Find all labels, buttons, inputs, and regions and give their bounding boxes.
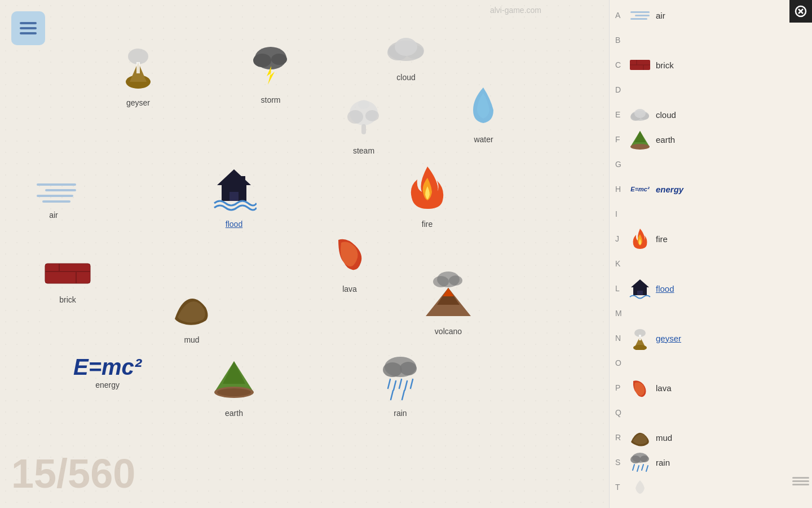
- sidebar-item-t[interactable]: T: [610, 475, 812, 500]
- element-earth[interactable]: earth: [211, 356, 257, 418]
- close-button[interactable]: [789, 0, 812, 23]
- sidebar-mud-icon: [628, 427, 652, 448]
- storm-label: storm: [261, 95, 281, 104]
- sidebar-earth-icon: [628, 129, 652, 150]
- brick-icon: [42, 257, 93, 293]
- svg-point-5: [253, 54, 271, 67]
- scroll-indicator: [792, 477, 809, 485]
- sidebar-item-q[interactable]: Q: [610, 400, 812, 425]
- sidebar-item-o[interactable]: O: [610, 351, 812, 375]
- air-icon: [31, 178, 76, 208]
- flood-label: flood: [226, 220, 242, 229]
- sidebar-flood-label: flood: [656, 284, 674, 294]
- svg-point-35: [217, 388, 251, 396]
- element-storm[interactable]: storm: [251, 42, 290, 104]
- sidebar-geyser-label: geyser: [656, 334, 681, 343]
- fire-label: fire: [422, 220, 433, 229]
- rain-icon: [378, 350, 423, 406]
- element-flood[interactable]: flood: [211, 164, 257, 229]
- sidebar-fire-label: fire: [656, 234, 668, 244]
- energy-icon: E=mc²: [73, 356, 142, 378]
- sidebar-item-lava[interactable]: P lava: [610, 375, 812, 400]
- sidebar-item-cloud[interactable]: E cloud: [610, 102, 812, 127]
- sidebar-lava-icon: [628, 378, 652, 398]
- sidebar-item-m[interactable]: M: [610, 301, 812, 326]
- main-canvas[interactable]: alvi-game.com geyser: [0, 0, 609, 508]
- element-brick[interactable]: brick: [42, 257, 93, 304]
- element-steam[interactable]: steam: [344, 93, 383, 155]
- svg-rect-21: [45, 264, 90, 283]
- element-lava[interactable]: lava: [327, 231, 372, 294]
- flood-icon: [211, 164, 257, 217]
- sidebar-item-mud[interactable]: R mud: [610, 425, 812, 450]
- sidebar-item-b[interactable]: B: [610, 28, 812, 52]
- sidebar-rain-label: rain: [656, 458, 670, 467]
- rain-label: rain: [394, 409, 407, 418]
- mud-icon: [169, 288, 214, 333]
- svg-line-42: [405, 381, 407, 390]
- svg-point-65: [630, 456, 641, 463]
- svg-point-53: [634, 109, 646, 118]
- sidebar-item-air[interactable]: A air: [610, 3, 812, 28]
- menu-button[interactable]: [11, 11, 45, 45]
- svg-marker-57: [631, 279, 649, 287]
- sidebar-cloud-icon: [628, 104, 652, 125]
- sidebar-fire-icon: [628, 229, 652, 249]
- sidebar-item-geyser[interactable]: N geyser: [610, 326, 812, 351]
- element-water[interactable]: water: [468, 85, 499, 144]
- sidebar-item-energy[interactable]: H E=mc² energy: [610, 177, 812, 202]
- element-volcano[interactable]: volcano: [423, 268, 474, 336]
- svg-point-13: [347, 110, 363, 124]
- geyser-label: geyser: [126, 98, 150, 107]
- element-geyser[interactable]: geyser: [118, 45, 158, 107]
- storm-icon: [251, 42, 290, 93]
- svg-point-14: [365, 110, 379, 121]
- sidebar-rain-icon: [628, 452, 652, 472]
- element-counter: 15/560: [11, 450, 135, 497]
- svg-point-38: [400, 362, 417, 375]
- steam-icon: [344, 93, 383, 144]
- volcano-icon: [423, 268, 474, 325]
- element-cloud[interactable]: cloud: [383, 31, 429, 82]
- volcano-label: volcano: [435, 327, 462, 336]
- sidebar-geyser-icon: [628, 328, 652, 348]
- svg-point-28: [449, 275, 462, 286]
- lava-label: lava: [342, 284, 357, 294]
- geyser-icon: [118, 45, 158, 96]
- energy-label: energy: [95, 380, 120, 389]
- svg-rect-63: [639, 335, 641, 340]
- sidebar-mud-label: mud: [656, 433, 672, 443]
- lava-icon: [327, 231, 372, 282]
- water-icon: [468, 85, 499, 133]
- element-fire[interactable]: fire: [406, 164, 448, 229]
- element-energy[interactable]: E=mc² energy: [73, 356, 142, 389]
- svg-rect-59: [637, 291, 643, 295]
- fire-icon: [406, 164, 448, 217]
- sidebar-item-flood[interactable]: L flood: [610, 276, 812, 301]
- sidebar-item-earth[interactable]: F earth: [610, 127, 812, 152]
- svg-line-43: [411, 379, 413, 388]
- sidebar-air-icon: [628, 5, 652, 25]
- sidebar-item-fire[interactable]: J fire: [610, 226, 812, 251]
- element-mud[interactable]: mud: [169, 288, 214, 344]
- sidebar-item-d[interactable]: D: [610, 77, 812, 102]
- steam-label: steam: [353, 146, 374, 155]
- sidebar-item-k[interactable]: K: [610, 251, 812, 276]
- svg-line-67: [633, 465, 634, 470]
- svg-rect-3: [136, 62, 140, 73]
- sidebar-earth-label: earth: [656, 135, 675, 144]
- svg-line-41: [399, 379, 401, 388]
- svg-marker-55: [634, 131, 646, 142]
- sidebar: A air B C: [609, 0, 812, 508]
- sidebar-item-i[interactable]: I: [610, 202, 812, 226]
- sidebar-item-brick[interactable]: C brick: [610, 52, 812, 77]
- element-air[interactable]: air: [31, 178, 76, 220]
- element-rain[interactable]: rain: [378, 350, 423, 418]
- sidebar-item-g[interactable]: G: [610, 152, 812, 177]
- svg-point-37: [383, 362, 402, 377]
- svg-point-6: [271, 54, 287, 65]
- svg-point-11: [395, 38, 417, 56]
- svg-line-45: [402, 391, 404, 400]
- sidebar-item-rain[interactable]: S rain: [610, 450, 812, 475]
- sidebar-air-label: air: [656, 11, 665, 20]
